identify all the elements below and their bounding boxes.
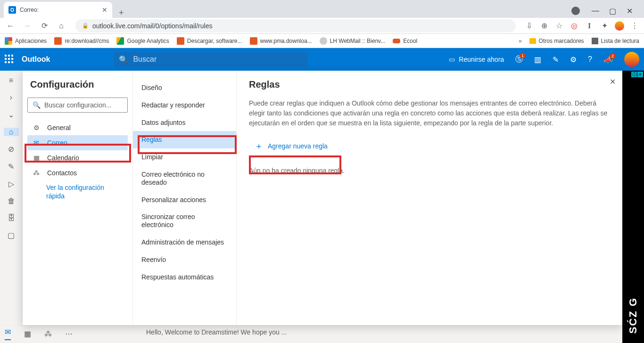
teams-icon[interactable]: ▥ bbox=[534, 55, 541, 64]
nav-mail[interactable]: ✉Correo bbox=[27, 135, 128, 150]
browser-tab[interactable]: O Correo: ✕ bbox=[4, 2, 112, 18]
notes-rail-icon[interactable]: ▢ bbox=[8, 231, 15, 240]
lock-icon: 🔒 bbox=[82, 23, 89, 29]
sub-layout[interactable]: Diseño bbox=[133, 79, 236, 97]
sub-forwarding[interactable]: Reenvío bbox=[133, 251, 236, 269]
new-tab-button[interactable]: + bbox=[112, 8, 131, 18]
ad-sidebar: ⓘ✕ SĆZ G bbox=[622, 71, 644, 343]
bookmarks-overflow[interactable]: » bbox=[519, 38, 522, 44]
ext-icon[interactable]: ◎ bbox=[570, 21, 579, 30]
settings-search-input[interactable]: 🔍 Buscar configuracion... bbox=[27, 98, 128, 113]
nav-people[interactable]: ⁂Contactos bbox=[27, 165, 128, 180]
inbox-icon[interactable]: ⌂ bbox=[4, 128, 19, 136]
ad-text: SĆZ G bbox=[627, 297, 639, 334]
announce-icon[interactable]: 📣2 bbox=[603, 55, 613, 64]
search-input[interactable]: 🔍 Buscar bbox=[114, 52, 307, 67]
apps-bookmark[interactable]: Aplicaciones bbox=[5, 37, 47, 45]
bookmark-item[interactable]: LH WebMail :: Bienv... bbox=[320, 37, 386, 45]
zoom-icon[interactable]: ⊕ bbox=[539, 21, 549, 30]
notes-icon[interactable]: ✎ bbox=[553, 55, 559, 64]
empty-state: Aún no ha creado ninguna regla. bbox=[249, 167, 610, 174]
drafts-icon[interactable]: ✎ bbox=[8, 162, 14, 171]
tab-title: Correo: bbox=[20, 7, 98, 13]
settings-subnav-col: Diseño Redactar y responder Datos adjunt… bbox=[133, 71, 237, 325]
bookmark-item[interactable]: www.pma.downloa... bbox=[250, 37, 312, 45]
plus-icon: ＋ bbox=[255, 140, 263, 152]
search-icon: 🔍 bbox=[119, 55, 128, 64]
extension-tray: ⇩ ⊕ ☆ ◎ I ✦ ⋮ bbox=[524, 21, 639, 31]
forward-button[interactable]: → bbox=[22, 22, 33, 30]
sub-sweep[interactable]: Limpiar bbox=[133, 148, 236, 166]
star-icon[interactable]: ☆ bbox=[554, 21, 564, 30]
bookmarks-bar: Aplicaciones re:download//cms Google Ana… bbox=[0, 34, 644, 48]
people-icon: ⁂ bbox=[32, 169, 41, 177]
archive-icon[interactable]: 🗄 bbox=[8, 214, 15, 222]
settings-nav-col: Configuración 🔍 Buscar configuracion... … bbox=[23, 71, 133, 325]
module-switcher: ✉ ▦ ⁂ ⋯ bbox=[0, 325, 644, 342]
nav-calendar[interactable]: ▦Calendario bbox=[27, 150, 128, 165]
maximize-button[interactable]: ▢ bbox=[605, 4, 619, 18]
bookmark-item[interactable]: Ecool bbox=[393, 38, 417, 44]
gear-icon: ⚙ bbox=[32, 124, 41, 131]
calendar-module-icon[interactable]: ▦ bbox=[24, 329, 31, 338]
bookmark-item[interactable]: re:download//cms bbox=[54, 37, 109, 45]
skype-icon[interactable]: Ⓢ1 bbox=[515, 55, 523, 65]
app-name[interactable]: Outlook bbox=[22, 55, 50, 64]
close-settings-button[interactable]: ✕ bbox=[610, 77, 616, 86]
settings-content: ✕ Reglas Puede crear reglas que indiquen… bbox=[237, 71, 622, 325]
deleted-icon[interactable]: 🗑 bbox=[8, 197, 15, 205]
calendar-icon: ▦ bbox=[32, 154, 41, 162]
sub-sync[interactable]: Sincronizar correo electrónico bbox=[133, 208, 236, 234]
sub-rules[interactable]: Reglas bbox=[133, 131, 236, 148]
left-rail: ≡ › ⌄ ⌂ ⊘ ✎ ▷ 🗑 🗄 ▢ bbox=[0, 71, 23, 343]
nav-general[interactable]: ⚙General bbox=[27, 120, 128, 135]
settings-icon[interactable]: ⚙ bbox=[570, 55, 577, 64]
sub-junk[interactable]: Correo electrónico no deseado bbox=[133, 166, 236, 191]
hamburger-icon[interactable]: ≡ bbox=[9, 76, 13, 85]
close-tab-icon[interactable]: ✕ bbox=[102, 6, 107, 14]
sub-compose[interactable]: Redactar y responder bbox=[133, 97, 236, 114]
sub-autoreply[interactable]: Respuestas automáticas bbox=[133, 269, 236, 286]
more-modules-icon[interactable]: ⋯ bbox=[65, 329, 73, 338]
ext-label[interactable]: I bbox=[585, 22, 594, 30]
settings-panel: Configuración 🔍 Buscar configuracion... … bbox=[23, 71, 622, 325]
sent-icon[interactable]: ▷ bbox=[8, 180, 14, 188]
bookmark-item[interactable]: Descargar, software... bbox=[177, 37, 242, 45]
back-button[interactable]: ← bbox=[5, 22, 16, 30]
home-button[interactable]: ⌂ bbox=[56, 22, 67, 30]
user-avatar[interactable] bbox=[624, 52, 639, 67]
people-module-icon[interactable]: ⁂ bbox=[44, 329, 52, 338]
outlook-header: Outlook 🔍 Buscar ▭ Reunirse ahora Ⓢ1 ▥ ✎… bbox=[0, 48, 644, 71]
junk-icon[interactable]: ⊘ bbox=[8, 145, 14, 154]
profile-indicator-icon[interactable] bbox=[571, 7, 580, 15]
address-bar: ← → ⟳ ⌂ 🔒 outlook.live.com/mail/0/option… bbox=[0, 18, 644, 34]
extensions-icon[interactable]: ✦ bbox=[600, 21, 609, 30]
help-icon[interactable]: ? bbox=[588, 55, 592, 64]
close-window-button[interactable]: ✕ bbox=[622, 4, 636, 18]
reading-list[interactable]: Lista de lectura bbox=[592, 38, 639, 44]
sub-actions[interactable]: Personalizar acciones bbox=[133, 191, 236, 209]
bookmark-item[interactable]: Google Analytics bbox=[116, 37, 169, 45]
settings-title: Configuración bbox=[27, 79, 128, 90]
app-launcher-icon[interactable] bbox=[5, 55, 14, 64]
reload-button[interactable]: ⟳ bbox=[39, 21, 50, 30]
profile-avatar[interactable] bbox=[615, 21, 624, 31]
sub-msg-handling[interactable]: Administración de mensajes bbox=[133, 234, 236, 251]
url-text: outlook.live.com/mail/0/options/mail/rul… bbox=[92, 22, 212, 30]
add-rule-button[interactable]: ＋ Agregar nueva regla bbox=[249, 137, 333, 155]
minimize-button[interactable]: — bbox=[588, 4, 603, 18]
sub-attachments[interactable]: Datos adjuntos bbox=[133, 114, 236, 131]
url-input[interactable]: 🔒 outlook.live.com/mail/0/options/mail/r… bbox=[75, 19, 516, 33]
meet-now-button[interactable]: ▭ Reunirse ahora bbox=[449, 56, 504, 63]
content-heading: Reglas bbox=[249, 79, 610, 90]
content-description: Puede crear reglas que indiquen a Outloo… bbox=[249, 98, 610, 128]
chevron-down-icon[interactable]: ⌄ bbox=[8, 110, 14, 119]
menu-icon[interactable]: ⋮ bbox=[630, 21, 639, 30]
chevron-right-icon[interactable]: › bbox=[10, 93, 12, 102]
mail-module-icon[interactable]: ✉ bbox=[5, 327, 11, 340]
main-area: ≡ › ⌄ ⌂ ⊘ ✎ ▷ 🗑 🗄 ▢ Hello, Welcome to Dr… bbox=[0, 71, 644, 343]
install-icon[interactable]: ⇩ bbox=[524, 21, 534, 30]
other-bookmarks[interactable]: Otros marcadores bbox=[529, 38, 584, 44]
ad-controls[interactable]: ⓘ✕ bbox=[631, 72, 643, 77]
quick-settings-link[interactable]: Ver la configuración rápida bbox=[27, 180, 128, 200]
